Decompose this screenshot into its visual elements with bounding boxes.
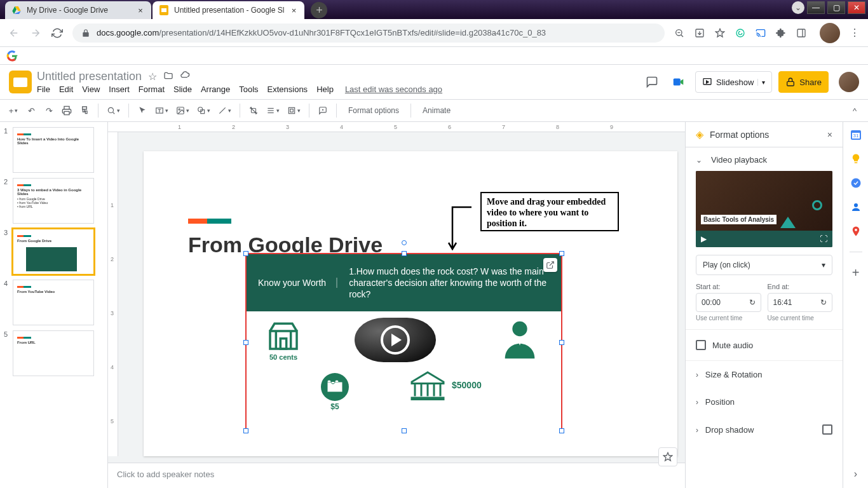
video-playback-header[interactable]: ⌄ Video playback [696,155,832,165]
zoom-icon[interactable] [674,27,685,39]
share-button[interactable]: Share [778,71,829,93]
hide-menus[interactable]: ^ [848,103,862,118]
selection-handle[interactable] [243,340,248,345]
mask-tool[interactable] [264,103,281,118]
use-current-end[interactable]: Use current time [768,315,833,322]
selection-handle[interactable] [243,251,248,256]
play-mode-select[interactable]: Play (on click) ▾ [696,255,832,275]
minimize-button[interactable]: — [807,1,825,14]
line-tool[interactable] [216,103,233,118]
speaker-notes[interactable]: Click to add speaker notes [108,463,685,488]
redo-button[interactable]: ↷ [42,103,56,118]
slide-thumb-5[interactable]: From URL [13,330,94,376]
image-tool[interactable] [174,103,191,118]
border-tool[interactable] [285,103,302,118]
embedded-video[interactable]: Know your Worth 1.How much does the rock… [245,253,562,431]
cloud-icon[interactable] [180,71,190,83]
close-icon[interactable]: × [289,6,298,15]
maximize-button[interactable]: ▢ [827,1,845,14]
user-avatar[interactable] [839,72,859,92]
zoom-button[interactable] [105,103,122,118]
menu-insert[interactable]: Insert [109,85,130,94]
star-icon[interactable]: ☆ [148,71,157,83]
paint-format-button[interactable] [78,103,92,118]
format-options-button[interactable]: Format options [343,103,404,118]
menu-tools[interactable]: Tools [239,85,258,94]
animate-button[interactable]: Animate [417,103,456,118]
size-rotation-section[interactable]: › Size & Rotation [686,361,843,388]
menu-help[interactable]: Help [316,85,334,94]
browser-tab-drive[interactable]: My Drive - Google Drive × [5,1,151,19]
crop-tool[interactable] [247,103,261,118]
undo-button[interactable]: ↶ [24,103,38,118]
move-icon[interactable] [163,71,173,83]
chrome-menu-icon[interactable]: ⌄ [792,1,804,14]
selection-handle[interactable] [402,428,407,433]
last-edit-text[interactable]: Last edit was seconds ago [345,85,442,94]
video-preview[interactable]: Basic Tools of Analysis ▶ ⛶ [696,171,832,247]
selection-handle[interactable] [243,428,248,433]
contacts-icon[interactable] [850,201,862,214]
selection-handle[interactable] [402,251,407,256]
tasks-icon[interactable] [850,177,862,189]
select-tool[interactable] [135,103,149,118]
menu-format[interactable]: Format [139,85,165,94]
back-button[interactable] [8,27,20,39]
popout-icon[interactable] [543,258,557,272]
mute-audio-checkbox[interactable]: Mute audio [686,329,843,361]
slide-thumb-4[interactable]: From YouTube Video [13,280,94,325]
new-tab-button[interactable]: + [311,2,327,18]
doc-title[interactable]: Untitled presentation [37,70,142,83]
use-current-start[interactable]: Use current time [696,315,761,322]
calendar-icon[interactable]: 31 [850,128,862,141]
menu-view[interactable]: View [82,85,100,94]
close-icon[interactable]: × [827,130,832,140]
reload-button[interactable] [51,27,64,39]
close-icon[interactable]: × [136,6,145,15]
menu-extensions[interactable]: Extensions [268,85,308,94]
selection-handle[interactable] [559,340,564,345]
slide-thumb-2[interactable]: 3 Ways to embed a Video in Google Slides… [13,178,94,224]
slideshow-button[interactable]: Slideshow ▾ [695,71,772,93]
extensions-icon[interactable] [775,27,787,39]
selection-handle[interactable] [559,251,564,256]
selection-handle[interactable] [559,428,564,433]
reset-icon[interactable]: ↻ [820,298,827,307]
explore-button[interactable] [658,447,677,466]
google-icon[interactable] [6,50,18,62]
menu-edit[interactable]: Edit [59,85,73,94]
slide-page[interactable]: From Google Drive Move and drag your emb… [144,151,677,456]
forward-button[interactable] [29,27,42,39]
position-section[interactable]: › Position [686,388,843,416]
shape-tool[interactable] [195,103,212,118]
menu-arrange[interactable]: Arrange [201,85,230,94]
cast-icon[interactable] [755,27,766,39]
slides-logo[interactable] [9,71,32,93]
sidepanel-icon[interactable] [796,27,807,39]
rotation-handle[interactable] [402,240,407,245]
maps-icon[interactable] [850,225,862,238]
comment-button[interactable] [316,103,330,118]
star-icon[interactable] [714,27,726,39]
comments-button[interactable] [642,72,662,92]
fullscreen-icon[interactable]: ⛶ [820,234,827,243]
drop-shadow-section[interactable]: › Drop shadow [686,416,843,444]
start-time-input[interactable]: 00:00 ↻ [696,293,761,312]
url-field[interactable]: docs.google.com/presentation/d/14HEfKzkk… [72,24,665,43]
keep-icon[interactable] [850,152,862,165]
install-icon[interactable] [694,27,705,39]
play-icon[interactable]: ▶ [701,234,707,243]
meet-button[interactable] [668,72,689,92]
collapse-side-panel[interactable]: › [850,468,862,480]
ext-grammarly-icon[interactable] [735,27,746,39]
browser-tab-slides[interactable]: Untitled presentation - Google Sl × [153,1,304,19]
print-button[interactable] [60,103,74,118]
slide-thumb-1[interactable]: How To Insert a Video Into Google Slides [13,127,94,173]
chrome-menu-icon[interactable]: ⋮ [849,27,860,39]
end-time-input[interactable]: 16:41 ↻ [768,293,833,312]
profile-avatar[interactable] [820,23,840,43]
add-on-icon[interactable]: + [850,266,862,279]
close-window-button[interactable]: ✕ [848,1,865,14]
play-icon[interactable] [381,325,410,355]
textbox-tool[interactable] [153,103,170,118]
